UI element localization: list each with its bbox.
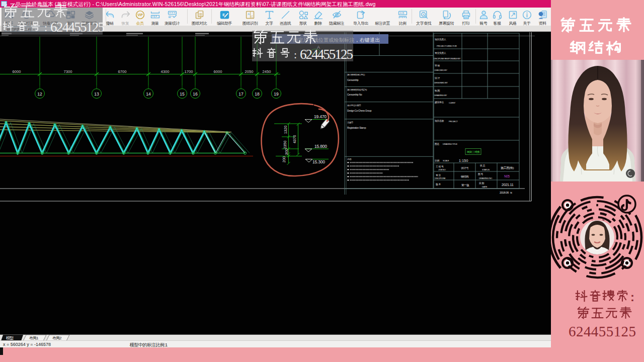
- svg-text:15.300: 15.300: [312, 159, 325, 164]
- svg-text:12: 12: [37, 92, 42, 97]
- svg-text:钢结构: 钢结构: [460, 175, 468, 178]
- svg-text:A: A: [248, 12, 250, 15]
- svg-text:13: 13: [94, 92, 99, 97]
- svg-text:JOB NO: JOB NO: [438, 168, 446, 171]
- svg-text:图 号: 图 号: [478, 173, 484, 175]
- svg-text:DISCIPLINE RESPONSIBLE BY: DISCIPLINE RESPONSIBLE BY: [434, 57, 461, 60]
- svg-text:DRAWING BY: DRAWING BY: [434, 94, 447, 97]
- svg-text:施工图审查批准书证号:: 施工图审查批准书证号:: [347, 88, 367, 91]
- svg-text:2021.11: 2021.11: [502, 183, 514, 187]
- svg-text:Registration Stamp: Registration Stamp: [347, 126, 366, 129]
- svg-text:说明:: 说明:: [347, 158, 352, 160]
- svg-text:状 态: 状 态: [479, 164, 486, 167]
- svg-text:PROJECT DIRECTOR: PROJECT DIRECTOR: [437, 45, 457, 47]
- svg-text:6700: 6700: [118, 69, 127, 74]
- svg-text:注册章: 注册章: [347, 121, 354, 124]
- svg-text:Censorship: Censorship: [347, 78, 359, 81]
- svg-text:专 业: 专 业: [436, 174, 441, 176]
- svg-text:200: 200: [282, 156, 286, 163]
- svg-text:A: A: [317, 45, 320, 50]
- svg-text:6000: 6000: [214, 69, 222, 74]
- svg-text:Censorship No: Censorship No: [347, 93, 362, 96]
- svg-text:2350: 2350: [283, 141, 287, 149]
- svg-text:CLIENT: CLIENT: [449, 102, 456, 104]
- svg-text:19.470: 19.470: [314, 114, 327, 119]
- svg-text:设计号: 设计号: [461, 166, 469, 169]
- svg-text:PROJECT: PROJECT: [449, 120, 458, 123]
- svg-text:比例: 比例: [435, 159, 439, 162]
- svg-text:N05: N05: [504, 174, 510, 178]
- svg-text:DISCIPLINE: DISCIPLINE: [435, 177, 446, 179]
- svg-text:施工图(终): 施工图(终): [501, 166, 514, 170]
- svg-text:14: 14: [146, 92, 151, 97]
- svg-text:指定尺寸线位置或绘制标注，右键退出: 指定尺寸线位置或绘制标注，右键退出: [293, 37, 380, 43]
- svg-text:300: 300: [284, 149, 289, 155]
- svg-text:DRAWING NO: DRAWING NO: [479, 177, 493, 179]
- svg-text:STATUS: STATUS: [482, 168, 490, 171]
- svg-text:1:150: 1:150: [459, 159, 468, 162]
- svg-text:施工图审查提出单位:: 施工图审查提出单位:: [347, 73, 365, 76]
- svg-text:第一版: 第一版: [461, 184, 469, 187]
- svg-text:设计单位出图章: 设计单位出图章: [347, 104, 361, 107]
- svg-text:项目负责人: 项目负责人: [434, 38, 446, 41]
- svg-text:日 期: 日 期: [479, 182, 485, 185]
- svg-text:A:B: A:B: [399, 12, 404, 15]
- svg-text:7300: 7300: [64, 69, 72, 74]
- svg-text:建设单位: 建设单位: [434, 101, 444, 104]
- svg-text:1700: 1700: [185, 69, 193, 74]
- svg-text:项目名称: 项目名称: [434, 120, 444, 123]
- svg-text:2450: 2450: [263, 69, 271, 74]
- svg-text:工 程 号: 工 程 号: [436, 165, 444, 168]
- svg-text:SCALE: SCALE: [443, 159, 449, 162]
- svg-text:Design Co-Chess Group: Design Co-Chess Group: [347, 109, 372, 112]
- svg-text:DRAWING TITLE: DRAWING TITLE: [443, 143, 457, 145]
- svg-text:1320: 1320: [283, 126, 288, 134]
- svg-text:制 图: 制 图: [435, 89, 440, 93]
- svg-text:2018.06: 2018.06: [500, 191, 509, 194]
- svg-text:版: 版: [510, 192, 513, 194]
- svg-text:版 本: 版 本: [436, 183, 441, 186]
- svg-text:网架三维图: 网架三维图: [467, 150, 479, 154]
- svg-text:18: 18: [255, 92, 260, 97]
- svg-text:16: 16: [193, 92, 198, 97]
- svg-text:15: 15: [180, 92, 185, 97]
- svg-text:19: 19: [274, 92, 279, 97]
- svg-text:CHECKED BY: CHECKED BY: [434, 69, 447, 71]
- svg-text:2050: 2050: [245, 69, 254, 74]
- svg-text:VIP: VIP: [137, 13, 143, 17]
- svg-text:图名: 图名: [435, 143, 439, 146]
- svg-text:6000: 6000: [13, 69, 21, 74]
- svg-text:17: 17: [238, 92, 244, 97]
- svg-text:C: C: [251, 14, 253, 18]
- svg-text:15.800: 15.800: [314, 144, 327, 149]
- svg-text:A: A: [422, 13, 424, 16]
- svg-text:DESIGNED BY: DESIGNED BY: [434, 81, 448, 84]
- svg-text:设 计: 设 计: [434, 76, 440, 79]
- svg-text:专业负责人: 专业负责人: [435, 52, 446, 54]
- svg-text:4370: 4370: [292, 135, 297, 144]
- svg-text:DATE: DATE: [482, 186, 488, 188]
- svg-text:4300: 4300: [161, 69, 170, 74]
- svg-text:审 核: 审 核: [435, 64, 440, 67]
